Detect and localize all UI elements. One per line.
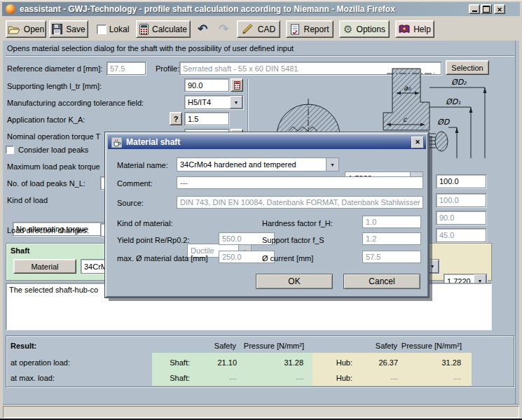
chevron-down-icon[interactable]	[326, 158, 338, 171]
redo-icon	[219, 22, 228, 36]
tolerance-value: H5/IT4	[188, 98, 211, 106]
open-button[interactable]: Open	[6, 20, 46, 38]
lokal-checkbox[interactable]	[97, 24, 107, 34]
cad-button[interactable]: CAD	[237, 20, 280, 38]
right-field-3[interactable]: 90.0	[436, 211, 486, 225]
dialog-titlebar[interactable]: Material shaft	[108, 135, 426, 149]
chevron-down-icon[interactable]	[230, 96, 242, 108]
profile-label: Profile:	[156, 64, 179, 73]
comment-field[interactable]: ---	[177, 176, 423, 189]
status-bar	[3, 406, 519, 418]
dialog-title: Material shaft	[126, 137, 180, 147]
hardness-factor-label: Hardness factor f_H:	[262, 219, 333, 227]
consider-load-peaks-checkbox[interactable]	[6, 146, 14, 154]
result-row-label: at max. load:	[11, 374, 55, 382]
right-field-1[interactable]: 100.0	[436, 174, 486, 188]
nominal-torque-label: Nominal operation torque T	[7, 132, 100, 141]
material-shaft-dialog: Material shaft Material name: 34CrMo4 ha…	[105, 132, 429, 298]
minimize-icon	[472, 10, 477, 12]
tolerance-dropdown[interactable]: H5/IT4	[184, 95, 243, 109]
undo-icon	[198, 22, 207, 36]
support-factor-field[interactable]: 1.2	[362, 232, 421, 245]
dim-a0-label: a₀	[404, 84, 411, 92]
result-hub-pressure: 31.28	[394, 358, 461, 367]
supporting-length-field[interactable]: 90.0	[184, 78, 229, 92]
source-field[interactable]: DIN 743, DIN EN 10084, Datenbank FORMAT,…	[177, 196, 423, 209]
result-hub-safety: 26.37	[356, 358, 398, 367]
dim-d1-label: ØD₁	[446, 97, 461, 106]
result-shaft-label: Shaft:	[146, 374, 190, 382]
load-peaks-label: No. of load peaks N_L:	[7, 179, 85, 188]
open-folder-icon	[8, 24, 20, 34]
open-label: Open	[24, 24, 44, 34]
load-direction-label: Load direction changes:	[7, 226, 89, 234]
result-safety-header-shaft: Safety	[194, 342, 236, 350]
help-label: Help	[413, 24, 431, 34]
supporting-length-label: Supporting length l_tr [mm]:	[7, 82, 102, 90]
result-panel: Result: Safety Pressure [N/mm²] Safety P…	[6, 335, 514, 387]
redo-button[interactable]	[214, 21, 233, 37]
result-hub-safety: ---	[356, 374, 398, 382]
application-factor-help-button[interactable]: ?	[170, 112, 182, 125]
report-button[interactable]: Report	[286, 20, 334, 38]
cad-label: CAD	[258, 24, 275, 34]
result-shaft-pressure: 31.28	[237, 358, 303, 367]
max-diameter-label: max. Ø material data [mm]	[117, 254, 208, 262]
result-pressure-header-hub: Pressure [N/mm²]	[388, 342, 462, 350]
shaft-panel-title: Shaft	[11, 246, 30, 255]
max-load-peak-label: Maximum load peak torque	[7, 162, 100, 171]
consider-load-peaks-label: Consider load peaks	[18, 146, 88, 154]
report-doc-icon	[290, 24, 300, 35]
minimize-button[interactable]	[469, 4, 480, 14]
result-shaft-pressure: ---	[237, 374, 303, 382]
window-titlebar[interactable]: eassistant - GWJ-Technology - profile sh…	[2, 2, 520, 16]
close-button[interactable]	[494, 4, 505, 14]
help-button[interactable]: Help	[395, 20, 434, 38]
result-shaft-safety: 21.10	[195, 358, 237, 367]
right-field-4[interactable]: 45.0	[436, 228, 486, 242]
java-cup-icon	[111, 137, 122, 148]
reference-diameter-label: Reference diameter d [mm]:	[7, 64, 102, 73]
help-book-icon	[399, 24, 410, 34]
result-row-label: at operation load:	[11, 358, 70, 367]
hint-divider	[6, 55, 514, 57]
app-window: eassistant - GWJ-Technology - profile sh…	[0, 0, 522, 420]
cancel-button[interactable]: Cancel	[343, 274, 420, 289]
supporting-length-calc-button[interactable]	[231, 78, 243, 92]
options-label: Options	[357, 24, 385, 34]
result-title: Result:	[11, 342, 36, 350]
lokal-toggle[interactable]: Lokal	[92, 20, 133, 38]
calculator-icon	[139, 24, 149, 35]
undo-button[interactable]	[193, 21, 212, 37]
notes-text: The selected shaft-hub-co	[9, 286, 98, 294]
application-factor-field[interactable]: 1.5	[184, 112, 229, 125]
kind-of-load-label: Kind of load	[7, 196, 48, 204]
result-shaft-label: Shaft:	[146, 358, 190, 367]
material-name-dropdown[interactable]: 34CrMo4 hardened and tempered	[177, 158, 339, 172]
result-shaft-safety: ---	[195, 374, 237, 382]
source-label: Source:	[117, 199, 144, 207]
dim-d2-label: ØD₂	[451, 78, 467, 87]
shaft-material-button[interactable]: Material	[13, 259, 76, 274]
maximize-icon	[483, 6, 490, 13]
hint-text: Opens material selection dialog for the …	[7, 44, 294, 52]
support-factor-label: Support factor f_S	[262, 236, 324, 244]
right-field-2[interactable]: 100.0	[436, 193, 486, 207]
content-bottom-edge	[3, 404, 519, 405]
ok-button[interactable]: OK	[256, 274, 333, 289]
current-diameter-field[interactable]: 57.5	[362, 251, 421, 263]
calculate-button[interactable]: Calculate	[136, 20, 191, 38]
comment-label: Comment:	[117, 179, 153, 188]
hardness-factor-field[interactable]: 1.0	[362, 216, 421, 228]
maximize-button[interactable]	[481, 4, 492, 14]
result-pressure-header-shaft: Pressure [N/mm²]	[231, 342, 304, 350]
report-label: Report	[303, 24, 329, 34]
dialog-close-button[interactable]	[411, 136, 424, 148]
result-hub-label: Hub:	[309, 374, 352, 382]
save-button[interactable]: Save	[49, 20, 88, 38]
reference-diameter-field[interactable]: 57.5	[107, 62, 146, 75]
kind-of-material-label: Kind of material:	[117, 219, 172, 227]
options-button[interactable]: Options	[339, 20, 390, 38]
yield-point-label: Yield point Re/Rp0.2:	[117, 236, 190, 244]
pencil-icon	[242, 24, 254, 34]
